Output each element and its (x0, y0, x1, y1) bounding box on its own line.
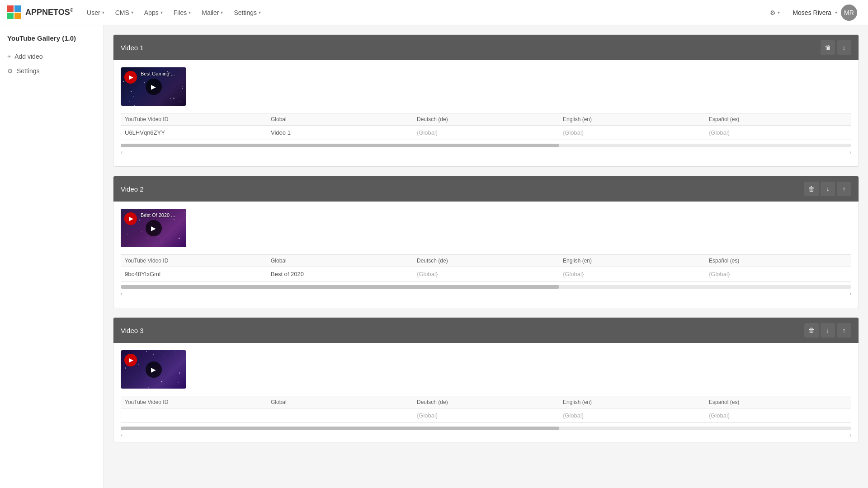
scroll-right-button[interactable]: › (849, 149, 851, 155)
video-actions-3: 🗑↓↑ (804, 323, 851, 338)
espanol-input-2[interactable] (705, 267, 851, 281)
scroll-left-button[interactable]: ‹ (121, 149, 123, 155)
delete-video-1-button[interactable]: 🗑 (821, 40, 835, 55)
header-deutsch: Deutsch (de) (413, 255, 559, 267)
video-actions-1: 🗑↓ (821, 40, 851, 55)
english-input-1[interactable] (559, 126, 705, 140)
header-youtube_video_id: YouTube Video ID (121, 396, 267, 408)
deutsch-input-3[interactable] (413, 408, 559, 422)
video-title-2: Video 2 (121, 185, 144, 193)
sidebar-item-add-video[interactable]: + Add video (0, 49, 104, 64)
header-espanol: Español (es) (705, 396, 851, 408)
table-row-3 (121, 408, 851, 423)
header-english: English (en) (559, 113, 705, 126)
header-deutsch: Deutsch (de) (413, 113, 559, 126)
header-english: English (en) (559, 255, 705, 267)
video-thumbnail-2[interactable]: ▶Best Of 2020 ...▶ (121, 209, 186, 247)
nav-right: ⚙ ▾ Moses Rivera ▾ MR (766, 3, 861, 23)
video-thumbnail-1[interactable]: ▶Best Gaming ...▶ (121, 67, 186, 106)
english-input-3[interactable] (559, 408, 705, 422)
english-input-2[interactable] (559, 267, 705, 281)
scroll-left-button[interactable]: ‹ (121, 432, 123, 438)
scroll-track-3[interactable] (121, 427, 851, 430)
caret-icon: ▾ (259, 10, 261, 15)
fields-table-3: YouTube Video IDGlobalDeutsch (de)Englis… (121, 396, 851, 423)
caret-icon: ▾ (102, 10, 104, 15)
scroll-thumb-1[interactable] (121, 144, 559, 147)
brand-name: APPNETOS® (25, 8, 73, 17)
sidebar-title: YouTube Gallery (1.0) (0, 34, 104, 49)
header-youtube_video_id: YouTube Video ID (121, 113, 267, 126)
table-row-1 (121, 126, 851, 140)
scroll-container-1: ‹› (121, 144, 851, 159)
thumbnail-label-1: Best Gaming ... (141, 71, 175, 76)
gear-icon: ⚙ (770, 9, 776, 16)
nav-item-settings[interactable]: Settings▾ (229, 6, 265, 19)
espanol-input-3[interactable] (705, 408, 851, 422)
scroll-right-button[interactable]: › (849, 291, 851, 297)
avatar: MR (841, 5, 857, 21)
nav-item-mailer[interactable]: Mailer▾ (197, 6, 227, 19)
plus-icon: + (7, 53, 11, 60)
user-menu[interactable]: Moses Rivera ▾ MR (789, 3, 861, 23)
caret-icon: ▾ (778, 10, 780, 15)
espanol-input-1[interactable] (705, 126, 851, 140)
nav-item-cms[interactable]: CMS▾ (111, 6, 138, 19)
move-down-video-2-button[interactable]: ↓ (821, 182, 835, 196)
nav-menu: User▾CMS▾Apps▾Files▾Mailer▾Settings▾ (82, 6, 766, 19)
header-youtube_video_id: YouTube Video ID (121, 255, 267, 267)
youtube-id-input-2[interactable] (121, 267, 267, 281)
global-input-1[interactable] (267, 126, 413, 140)
scroll-right-button[interactable]: › (849, 432, 851, 438)
caret-icon: ▾ (131, 10, 133, 15)
trash-icon: 🗑 (808, 327, 815, 334)
down-icon: ↓ (826, 327, 830, 334)
nav-item-apps[interactable]: Apps▾ (140, 6, 167, 19)
nav-item-files[interactable]: Files▾ (169, 6, 196, 19)
scroll-container-3: ‹› (121, 427, 851, 442)
down-icon: ↓ (843, 44, 846, 51)
deutsch-input-1[interactable] (413, 126, 559, 140)
deutsch-input-2[interactable] (413, 267, 559, 281)
caret-icon: ▾ (189, 10, 191, 15)
move-down-video-3-button[interactable]: ↓ (821, 323, 835, 338)
youtube-id-input-3[interactable] (121, 408, 267, 422)
brand-logo-link[interactable]: APPNETOS® (7, 5, 73, 20)
move-down-video-1-button[interactable]: ↓ (837, 40, 851, 55)
header-global: Global (267, 255, 413, 267)
global-settings-btn[interactable]: ⚙ ▾ (766, 7, 783, 18)
delete-video-2-button[interactable]: 🗑 (804, 182, 819, 196)
svg-rect-3 (14, 13, 21, 19)
move-up-video-2-button[interactable]: ↑ (837, 182, 851, 196)
video-section-1: Video 1🗑↓▶Best Gaming ...▶YouTube Video … (113, 34, 859, 167)
play-button-3[interactable]: ▶ (146, 361, 162, 378)
move-up-video-3-button[interactable]: ↑ (837, 323, 851, 338)
scroll-track-1[interactable] (121, 144, 851, 147)
scroll-thumb-3[interactable] (121, 427, 559, 430)
sidebar-item-settings[interactable]: ⚙ Settings (0, 64, 104, 78)
global-input-2[interactable] (267, 267, 413, 281)
header-espanol: Español (es) (705, 255, 851, 267)
youtube-logo-icon: ▶ (124, 212, 137, 225)
down-icon: ↓ (826, 185, 830, 192)
video-section-3: Video 3🗑↓↑▶▶YouTube Video IDGlobalDeutsc… (113, 317, 859, 442)
nav-item-user[interactable]: User▾ (82, 6, 109, 19)
video-body-2: ▶Best Of 2020 ...▶YouTube Video IDGlobal… (113, 202, 859, 308)
delete-video-3-button[interactable]: 🗑 (804, 323, 819, 338)
video-header-1: Video 1🗑↓ (113, 35, 859, 60)
video-thumbnail-3[interactable]: ▶▶ (121, 350, 186, 389)
appnetos-logo-icon (7, 5, 22, 20)
video-header-2: Video 2🗑↓↑ (113, 176, 859, 202)
youtube-id-input-1[interactable] (121, 126, 267, 140)
user-caret-icon: ▾ (835, 10, 837, 15)
play-button-2[interactable]: ▶ (146, 220, 162, 236)
video-title-3: Video 3 (121, 327, 144, 334)
scroll-track-2[interactable] (121, 285, 851, 289)
video-section-2: Video 2🗑↓↑▶Best Of 2020 ...▶YouTube Vide… (113, 176, 859, 308)
main-content: Video 1🗑↓▶Best Gaming ...▶YouTube Video … (104, 25, 868, 488)
scroll-left-button[interactable]: ‹ (121, 291, 123, 297)
scroll-thumb-2[interactable] (121, 285, 559, 289)
trash-icon: 🗑 (825, 44, 831, 51)
play-button-1[interactable]: ▶ (146, 79, 162, 95)
global-input-3[interactable] (267, 408, 413, 422)
